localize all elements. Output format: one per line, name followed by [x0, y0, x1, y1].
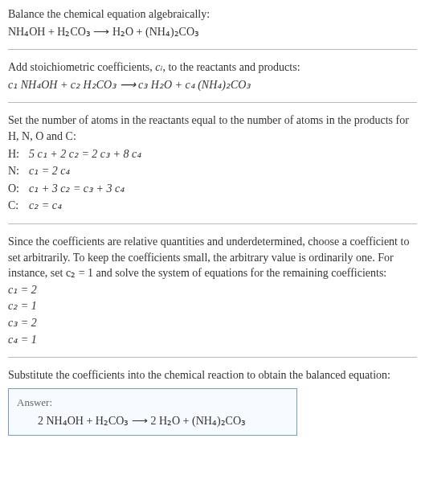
coef-row: c₁ = 2 [8, 282, 417, 298]
coef-row: c₂ = 1 [8, 298, 417, 314]
equation-expr: c₁ = 2 c₄ [29, 163, 417, 179]
step1-section: Balance the chemical equation algebraica… [8, 6, 417, 39]
answer-label: Answer: [17, 395, 288, 410]
equation-row: N: c₁ = 2 c₄ [8, 163, 417, 179]
divider [8, 223, 417, 224]
step3-section: Set the number of atoms in the reactants… [8, 113, 417, 214]
equation-expr: 5 c₁ + 2 c₂ = 2 c₃ + 8 c₄ [29, 146, 417, 162]
step3-text: Set the number of atoms in the reactants… [8, 113, 417, 144]
step2-text-before: Add stoichiometric coefficients, [8, 61, 155, 73]
divider [8, 357, 417, 358]
step2-equation: c₁ NH₄OH + c₂ H₂CO₃ ⟶ c₃ H₂O + c₄ (NH₄)₂… [8, 77, 417, 93]
step1-text: Balance the chemical equation algebraica… [8, 6, 417, 23]
element-label: O: [8, 181, 29, 197]
divider [8, 102, 417, 103]
element-label: H: [8, 146, 29, 162]
equation-expr: c₁ + 3 c₂ = c₃ + 3 c₄ [29, 181, 417, 197]
coef-row: c₃ = 2 [8, 315, 417, 331]
step5-text: Substitute the coefficients into the che… [8, 367, 417, 383]
step2-text-after: , to the reactants and products: [162, 61, 300, 73]
step1-equation: NH₄OH + H₂CO₃ ⟶ H₂O + (NH₄)₂CO₃ [8, 24, 417, 40]
answer-equation: 2 NH₄OH + H₂CO₃ ⟶ 2 H₂O + (NH₄)₂CO₃ [17, 413, 288, 429]
step4-section: Since the coefficients are relative quan… [8, 234, 417, 347]
step5-section: Substitute the coefficients into the che… [8, 367, 417, 436]
equation-row: C: c₂ = c₄ [8, 198, 417, 214]
element-label: N: [8, 163, 29, 179]
equation-row: O: c₁ + 3 c₂ = c₃ + 3 c₄ [8, 181, 417, 197]
step2-section: Add stoichiometric coefficients, cᵢ, to … [8, 59, 417, 92]
step2-text: Add stoichiometric coefficients, cᵢ, to … [8, 59, 417, 76]
equation-expr: c₂ = c₄ [29, 198, 417, 214]
equation-row: H: 5 c₁ + 2 c₂ = 2 c₃ + 8 c₄ [8, 146, 417, 162]
divider [8, 49, 417, 50]
coef-row: c₄ = 1 [8, 332, 417, 348]
element-label: C: [8, 198, 29, 214]
step4-text: Since the coefficients are relative quan… [8, 234, 417, 281]
answer-box: Answer: 2 NH₄OH + H₂CO₃ ⟶ 2 H₂O + (NH₄)₂… [8, 388, 297, 436]
